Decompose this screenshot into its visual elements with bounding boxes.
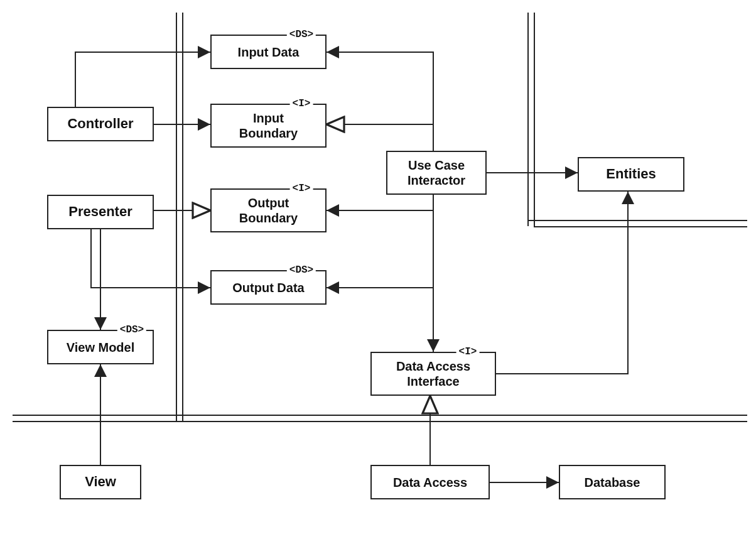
box-entities: Entities — [578, 157, 684, 192]
arrow-controller-inputdata — [75, 52, 210, 107]
arrow-overlay — [0, 0, 756, 544]
box-data-access-interface: Data Access Interface — [370, 352, 496, 396]
label-presenter: Presenter — [68, 204, 132, 220]
boundary-hline-1 — [13, 415, 747, 416]
label-data-access: Data Access — [393, 475, 467, 490]
box-data-access: Data Access — [370, 465, 490, 499]
label-entities: Entities — [606, 166, 656, 182]
label-input-boundary: Input Boundary — [239, 111, 298, 141]
box-view: View — [60, 465, 141, 499]
boundary-right-vline-1 — [527, 13, 529, 226]
box-use-case: Use Case Interactor — [386, 151, 487, 195]
label-controller: Controller — [67, 116, 133, 132]
stereotype-view-model: <DS> — [117, 324, 146, 335]
label-output-data: Output Data — [232, 280, 304, 295]
arrow-usecase-outputdata — [327, 210, 433, 288]
stereotype-output-boundary: <I> — [290, 183, 313, 194]
boundary-right-corner-h1 — [527, 220, 747, 221]
boundary-left-vline-2 — [182, 13, 183, 421]
label-database: Database — [585, 475, 640, 490]
stereotype-input-boundary: <I> — [290, 98, 313, 109]
stereotype-input-data: <DS> — [287, 29, 316, 40]
arrow-presenter-outputdata — [91, 229, 210, 288]
arrow-usecase-inputdata — [327, 52, 433, 151]
boundary-left-vline-1 — [176, 13, 177, 421]
box-controller: Controller — [47, 107, 154, 141]
boundary-right-vline-2 — [534, 13, 535, 226]
boundary-hline-2 — [13, 421, 747, 422]
arrow-dai-entities — [496, 192, 628, 374]
label-view: View — [85, 474, 116, 490]
label-output-boundary: Output Boundary — [239, 195, 298, 226]
label-view-model: View Model — [67, 340, 135, 355]
stereotype-output-data: <DS> — [287, 264, 316, 276]
boundary-right-corner-h2 — [534, 226, 747, 227]
label-data-access-interface: Data Access Interface — [396, 359, 470, 389]
stereotype-data-access-interface: <I> — [456, 346, 480, 357]
label-input-data: Input Data — [238, 45, 300, 60]
box-database: Database — [559, 465, 666, 499]
diagram-canvas: Controller Presenter View Model <DS> Vie… — [0, 0, 756, 544]
box-output-boundary: Output Boundary — [210, 188, 327, 232]
box-presenter: Presenter — [47, 195, 154, 229]
arrow-usecase-outputboundary — [327, 195, 433, 210]
label-use-case: Use Case Interactor — [408, 158, 465, 188]
box-input-boundary: Input Boundary — [210, 104, 327, 148]
